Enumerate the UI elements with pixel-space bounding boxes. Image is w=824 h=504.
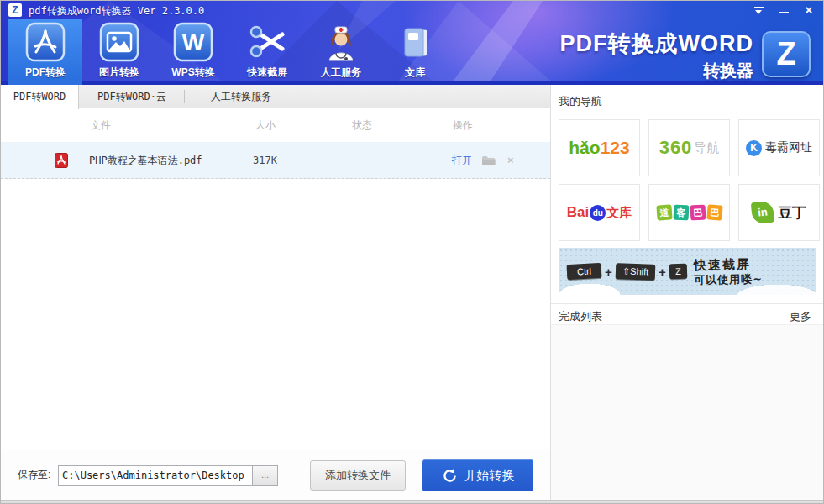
- baidu-paw-icon: du: [590, 205, 606, 221]
- window-title: pdf转换成word转换器 Ver 2.3.0.0: [29, 4, 204, 18]
- file-size: 317K: [253, 142, 277, 179]
- completed-list-body: [551, 324, 824, 501]
- completed-list-title: 完成列表: [559, 309, 602, 324]
- nav-site-baidu-wenku[interactable]: Baidu文库: [559, 184, 640, 241]
- column-header-action: 操作: [453, 109, 473, 142]
- completed-list-header: 完成列表 更多: [551, 303, 824, 324]
- minimize-button[interactable]: [776, 4, 791, 16]
- plus-sign: +: [605, 265, 612, 279]
- add-files-button[interactable]: 添加转换文件: [310, 460, 406, 491]
- keycap-shift: ⇧Shift: [616, 263, 656, 281]
- doc88-char-icon: 巴: [690, 205, 706, 221]
- toolbar-item-screenshot[interactable]: 快速截屏: [230, 19, 304, 85]
- skin-menu-icon: [754, 7, 764, 14]
- site360-logo-suffix: 导航: [694, 140, 719, 156]
- toolbar-item-human-service[interactable]: 人工服务: [304, 19, 378, 85]
- column-header-file: 文件: [91, 109, 111, 142]
- file-table-header: 文件 大小 状态 操作: [1, 109, 550, 142]
- save-path-input[interactable]: [58, 465, 253, 486]
- human-service-icon: [321, 22, 361, 62]
- baidu-bai-text: Bai: [567, 204, 589, 221]
- docin-label: 豆丁: [778, 203, 806, 223]
- doc88-char-icon: 巴: [706, 204, 722, 220]
- toolbar-item-image-convert[interactable]: 图片转换: [82, 19, 156, 85]
- column-header-status: 状态: [352, 109, 372, 142]
- app-window: Z pdf转换成word转换器 Ver 2.3.0.0 × PDF转换: [0, 0, 824, 504]
- toolbar-item-wps-convert[interactable]: W WPS转换: [156, 19, 230, 85]
- minimize-icon: [779, 12, 789, 13]
- pdf-file-icon: [55, 153, 68, 168]
- nav-site-docin[interactable]: in豆丁: [738, 184, 820, 241]
- baidu-wenku-text: 文库: [606, 205, 632, 221]
- banner-caption-line1: 快速截屏: [693, 256, 762, 273]
- window-controls: ×: [751, 4, 816, 16]
- skin-menu-button[interactable]: [751, 4, 766, 16]
- library-book-icon: [395, 22, 435, 62]
- brand-logo-icon: Z: [762, 31, 811, 77]
- table-row[interactable]: PHP教程之基本语法.pdf 317K 打开 ×: [1, 142, 550, 179]
- nav-site-hao123[interactable]: hǎo123: [559, 119, 640, 176]
- nav-site-doc88[interactable]: 道 客 巴 巴: [648, 184, 730, 241]
- window-bottom-frame: [1, 500, 824, 504]
- open-folder-icon[interactable]: [481, 155, 496, 166]
- duba-label: 毒霸网址: [765, 140, 812, 155]
- doc88-char-icon: 客: [673, 205, 689, 221]
- site360-logo-text: 360: [659, 137, 693, 159]
- screenshot-scissors-icon: [247, 22, 287, 62]
- start-convert-label: 开始转换: [464, 468, 515, 484]
- pdf-convert-icon: [25, 22, 66, 62]
- header: Z pdf转换成word转换器 Ver 2.3.0.0 × PDF转换: [1, 1, 824, 85]
- brand-title-line1: PDF转换成WORD: [560, 29, 753, 59]
- tab-pdf-to-word-cloud[interactable]: PDF转WORD·云: [80, 85, 184, 108]
- hao123-logo-text: hǎo: [569, 138, 600, 158]
- sidebar: 我的导航 hǎo123 360导航 K毒霸网址 Baidu文库 道 客 巴 巴 …: [550, 85, 824, 501]
- duba-k-icon: K: [746, 140, 762, 156]
- banner-caption: 快速截屏 可以使用喽~: [693, 256, 763, 286]
- titlebar: Z pdf转换成word转换器 Ver 2.3.0.0 ×: [1, 1, 824, 19]
- browse-button[interactable]: ...: [252, 465, 278, 486]
- main-panel: PDF转WORD PDF转WORD·云 人工转换服务 文件 大小 状态 操作 P…: [1, 85, 550, 501]
- keycap-z: Z: [669, 264, 687, 280]
- tab-strip: PDF转WORD PDF转WORD·云 人工转换服务: [1, 85, 550, 108]
- column-header-size: 大小: [255, 109, 276, 142]
- image-convert-icon: [99, 22, 139, 62]
- file-name: PHP教程之基本语法.pdf: [89, 142, 202, 179]
- wps-convert-icon: W: [173, 22, 213, 62]
- tab-manual-service[interactable]: 人工转换服务: [185, 85, 297, 108]
- svg-text:W: W: [182, 29, 205, 55]
- nav-site-duba[interactable]: K毒霸网址: [738, 119, 820, 176]
- doc88-char-icon: 道: [656, 204, 672, 220]
- tab-pdf-to-word[interactable]: PDF转WORD: [1, 85, 79, 109]
- brand-title-line2: 转换器: [560, 60, 753, 82]
- save-to-label: 保存至:: [18, 449, 50, 501]
- toolbar-item-library[interactable]: 文库: [378, 19, 452, 85]
- toolbar-item-pdf-convert[interactable]: PDF转换: [8, 19, 82, 85]
- main-toolbar: PDF转换 图片转换 W WPS转换: [8, 19, 452, 85]
- nav-site-360nav[interactable]: 360导航: [648, 119, 730, 176]
- refresh-icon: [442, 468, 458, 484]
- banner-caption-line2: 可以使用喽~: [694, 272, 763, 287]
- footer-bar: 保存至: ... 添加转换文件 开始转换: [1, 449, 550, 501]
- start-convert-button[interactable]: 开始转换: [422, 459, 533, 491]
- close-button[interactable]: ×: [801, 4, 816, 16]
- brand-block: PDF转换成WORD 转换器: [560, 29, 753, 82]
- nav-section-title: 我的导航: [559, 94, 602, 109]
- plus-sign: +: [659, 265, 666, 279]
- remove-file-icon[interactable]: ×: [507, 142, 514, 179]
- docin-leaf-icon: in: [751, 201, 775, 225]
- app-logo-icon: Z: [8, 3, 22, 17]
- keycap-ctrl: Ctrl: [567, 263, 602, 280]
- open-file-link[interactable]: 打开: [452, 142, 472, 179]
- more-link[interactable]: 更多: [790, 309, 811, 324]
- hao123-logo-number: 123: [601, 138, 630, 158]
- screenshot-shortcut-banner: Ctrl + ⇧Shift + Z 快速截屏 可以使用喽~: [559, 248, 816, 295]
